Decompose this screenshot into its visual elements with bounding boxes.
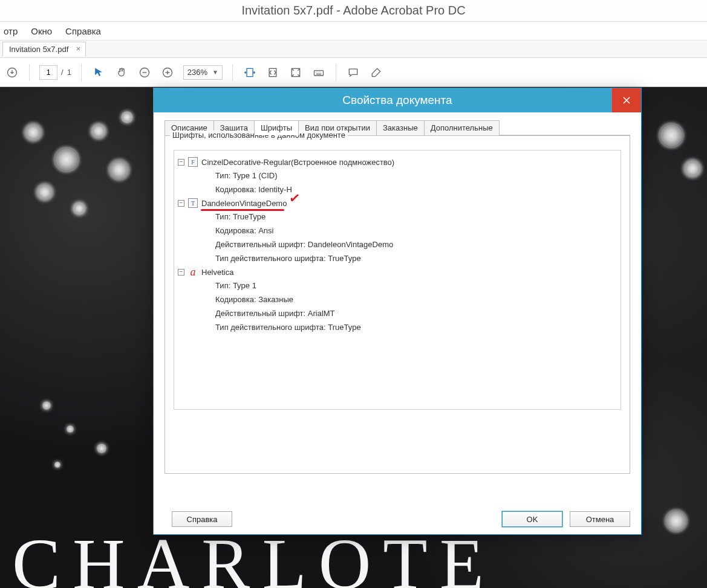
font-type-icon: F [188,157,198,167]
menu-item-help[interactable]: Справка [65,26,101,36]
keyboard-icon[interactable] [311,65,326,80]
annotation-checkmark: ✓ [288,190,301,207]
comment-icon[interactable] [346,65,360,80]
decoration [659,123,683,147]
zoom-out-icon[interactable] [137,65,152,80]
page-current-input[interactable] [39,65,57,80]
decoration [73,202,86,215]
svg-rect-3 [247,68,253,76]
collapse-icon[interactable]: − [178,159,184,166]
separator [29,64,30,81]
page-navigator: / 1 [39,65,71,80]
hand-icon[interactable] [114,65,129,80]
font-detail: Кодировка: Заказные [178,292,617,306]
annotation-underline [201,209,284,211]
font-detail: Кодировка: Ansi [178,224,617,237]
page-separator: / [61,68,64,77]
font-detail: Действительный шрифт: DandeleonVintageDe… [178,237,617,251]
highlight-icon[interactable] [369,65,383,80]
menubar: отр Окно Справка [0,22,707,40]
font-detail: Тип действительного шрифта: TrueType [178,251,617,265]
chevron-down-icon: ▼ [212,69,218,76]
dialog-body: Описание Защита Шрифты Вид при открытии … [154,112,641,534]
cancel-button[interactable]: Отмена [570,511,630,527]
arrow-cursor-icon[interactable] [91,65,106,80]
fit-page-icon[interactable] [266,65,280,80]
help-button[interactable]: Справка [172,511,232,527]
close-icon[interactable]: × [76,44,81,53]
tab-custom[interactable]: Заказные [376,120,425,135]
collapse-icon[interactable]: − [178,269,184,276]
decoration [121,111,133,123]
tab-fonts[interactable]: Шрифты [254,120,299,135]
font-node[interactable]: − T DandeleonVintageDemo ✓ [178,196,617,210]
font-detail: Действительный шрифт: ArialMT [178,306,617,320]
font-name: Helvetica [201,268,233,277]
separator [336,64,336,81]
menu-item-window[interactable]: Окно [31,26,52,36]
font-type-icon: a [188,267,198,277]
document-properties-dialog: Свойства документа Описание Защита Шрифт… [153,88,642,535]
font-detail: Тип действительного шрифта: TrueType [178,320,617,334]
decoration [42,401,51,410]
separator [232,64,233,81]
decoration [36,184,53,201]
page-total: 1 [67,68,71,77]
font-detail: Тип: Type 1 [178,279,617,292]
fit-width-icon[interactable] [243,65,257,80]
ok-button[interactable]: OK [502,511,562,527]
font-detail: Кодировка: Identity-H [178,183,617,196]
decoration [683,160,702,178]
font-detail: Тип: TrueType [178,210,617,224]
save-icon[interactable] [5,65,19,80]
decoration [67,425,74,433]
svg-rect-4 [269,68,276,76]
zoom-in-icon[interactable] [160,65,175,80]
close-button[interactable] [612,88,641,112]
window-title: Invitation 5x7.pdf - Adobe Acrobat Pro D… [241,4,465,18]
decoration [91,123,106,139]
font-name: CinzelDecorative-Regular(Встроенное подм… [201,158,394,167]
dialog-title: Свойства документа [342,94,452,107]
decoration [97,444,106,453]
document-tab[interactable]: Invitation 5x7.pdf × [2,42,86,56]
font-type-icon: T [188,198,198,208]
font-node[interactable]: − a Helvetica [178,265,617,279]
font-detail: Тип: Type 1 (CID) [178,169,617,183]
tab-advanced[interactable]: Дополнительные [424,120,500,135]
separator [81,64,82,81]
dialog-footer: Справка OK Отмена [165,511,630,527]
font-node[interactable]: − F CinzelDecorative-Regular(Встроенное … [178,155,617,169]
dialog-titlebar[interactable]: Свойства документа [154,88,641,112]
fonts-fieldset: Шрифты, использованные в данном документ… [165,135,630,474]
svg-rect-6 [314,70,324,75]
decoration [24,123,42,141]
zoom-dropdown[interactable]: 236% ▼ [183,65,223,80]
window-titlebar: Invitation 5x7.pdf - Adobe Acrobat Pro D… [0,0,707,22]
font-name: DandeleonVintageDemo [201,199,287,208]
document-tabstrip: Invitation 5x7.pdf × [0,40,707,58]
decoration [54,147,79,172]
decoration [54,462,60,468]
document-tab-label: Invitation 5x7.pdf [9,45,68,54]
toolbar: / 1 236% ▼ [0,58,707,87]
collapse-icon[interactable]: − [178,200,184,207]
decoration [665,510,687,532]
fonts-tree[interactable]: − F CinzelDecorative-Regular(Встроенное … [174,150,621,410]
fullscreen-icon[interactable] [288,65,303,80]
decoration [109,160,129,180]
zoom-value: 236% [187,68,207,77]
menu-item-view[interactable]: отр [4,26,18,36]
